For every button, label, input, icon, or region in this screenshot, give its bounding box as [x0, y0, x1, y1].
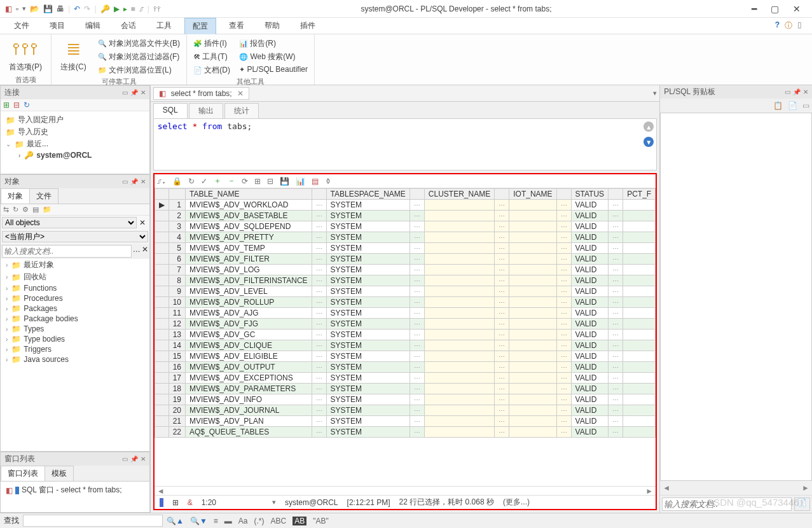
- menu-编辑[interactable]: 编辑: [78, 18, 108, 34]
- tb-remove-icon[interactable]: ⊟: [13, 101, 20, 109]
- row-pointer[interactable]: [155, 405, 169, 416]
- cell-tablespace[interactable]: SYSTEM: [326, 211, 409, 221]
- cell-iot[interactable]: [509, 362, 556, 373]
- pin-icon[interactable]: 📌: [130, 455, 138, 462]
- cell-status[interactable]: VALID: [571, 394, 609, 405]
- rt-icon[interactable]: ⊞: [254, 177, 261, 186]
- cell-tablename[interactable]: MVIEW$_ADV_TEMP: [186, 243, 312, 254]
- cell-tablename[interactable]: MVIEW$_ADV_LOG: [186, 265, 312, 275]
- tab-close-icon[interactable]: ✕: [237, 89, 244, 98]
- subtab-output[interactable]: 输出: [189, 103, 223, 118]
- cell-pct[interactable]: [623, 319, 656, 330]
- cell-tablename[interactable]: MVIEW$_ADV_PRETTY: [186, 232, 312, 243]
- cell-cluster[interactable]: [424, 405, 494, 416]
- status-drop-icon[interactable]: ▾: [272, 498, 276, 506]
- row-pointer[interactable]: [155, 275, 169, 286]
- cell-status[interactable]: VALID: [571, 308, 609, 319]
- cell-tablename[interactable]: MVIEW$_ADV_AJG: [186, 308, 312, 319]
- row-pointer[interactable]: [155, 254, 169, 265]
- obj-list-item[interactable]: ›📁Procedures: [1, 293, 149, 303]
- rt-filter-icon[interactable]: ⚱: [325, 177, 331, 186]
- cell-tablespace[interactable]: SYSTEM: [326, 340, 409, 351]
- menu-会话[interactable]: 会话: [113, 18, 144, 34]
- file-browser-loc-button[interactable]: 📁 文件浏览器位置(L): [98, 65, 180, 76]
- tree-recent[interactable]: ⌄📁最近...: [6, 138, 144, 150]
- cell-tablename[interactable]: MVIEW$_ADV_ROLLUP: [186, 297, 312, 308]
- cell-tablename[interactable]: MVIEW$_ADV_ELIGIBLE: [186, 351, 312, 362]
- cell-status[interactable]: VALID: [571, 243, 609, 254]
- cell-status[interactable]: VALID: [571, 297, 609, 308]
- cell-status[interactable]: VALID: [571, 232, 609, 243]
- obj-list-item[interactable]: ›📁最近对象: [1, 259, 149, 271]
- cell-tablename[interactable]: MVIEW$_ADV_OUTPUT: [186, 362, 312, 373]
- cell-status[interactable]: VALID: [571, 200, 609, 211]
- tree-conn-current[interactable]: ›🔑system@ORCL: [6, 150, 144, 160]
- find-prev-icon[interactable]: 🔍▲: [167, 517, 184, 525]
- obj-list-item[interactable]: ›📁Java sources: [1, 354, 149, 365]
- subtab-sql[interactable]: SQL: [153, 103, 188, 118]
- close-icon[interactable]: ✕: [793, 4, 801, 14]
- websearch-button[interactable]: 🌐 Web 搜索(W): [239, 52, 308, 62]
- editor-tab[interactable]: ◧ select * from tabs; ✕: [153, 87, 249, 100]
- row-pointer[interactable]: [155, 286, 169, 297]
- tree-import-fixed[interactable]: 📁导入固定用户: [6, 114, 144, 126]
- cell-pct[interactable]: [623, 275, 656, 286]
- docs-button[interactable]: 📄 文档(D): [193, 65, 230, 76]
- cell-pct[interactable]: [623, 221, 656, 232]
- cell-status[interactable]: VALID: [571, 405, 609, 416]
- obj-tb-icon[interactable]: ▤: [32, 205, 39, 214]
- cell-cluster[interactable]: [424, 351, 494, 362]
- cell-tablespace[interactable]: SYSTEM: [326, 232, 409, 243]
- col-header[interactable]: TABLESPACE_NAME: [326, 189, 409, 200]
- find-highlight-icon[interactable]: ▬: [224, 517, 232, 525]
- cell-pct[interactable]: [623, 416, 656, 427]
- cell-status[interactable]: VALID: [571, 330, 609, 340]
- cell-iot[interactable]: [509, 243, 556, 254]
- cell-pct[interactable]: [623, 265, 656, 275]
- pin-icon[interactable]: 📌: [793, 88, 801, 95]
- cell-cluster[interactable]: [424, 200, 494, 211]
- close-panel-icon[interactable]: ✕: [141, 178, 146, 185]
- cell-tablespace[interactable]: SYSTEM: [326, 265, 409, 275]
- row-pointer[interactable]: [155, 351, 169, 362]
- cell-status[interactable]: VALID: [571, 265, 609, 275]
- cell-status[interactable]: VALID: [571, 211, 609, 221]
- cell-pct[interactable]: [623, 330, 656, 340]
- cell-pct[interactable]: [623, 243, 656, 254]
- cell-status[interactable]: VALID: [571, 254, 609, 265]
- cell-iot[interactable]: [509, 405, 556, 416]
- dock-icon[interactable]: ▭: [122, 455, 128, 462]
- cell-status[interactable]: VALID: [571, 373, 609, 384]
- cell-pct[interactable]: [623, 308, 656, 319]
- status-more[interactable]: (更多...): [503, 497, 530, 508]
- cell-status[interactable]: VALID: [571, 275, 609, 286]
- obj-browser-filter-button[interactable]: 🔍 对象浏览器过滤器(F): [98, 52, 180, 62]
- cell-iot[interactable]: [509, 297, 556, 308]
- cell-pct[interactable]: [623, 373, 656, 384]
- obj-list-item[interactable]: ›📁Package bodies: [1, 314, 149, 324]
- cell-tablespace[interactable]: SYSTEM: [326, 362, 409, 373]
- qa-dropdown-icon[interactable]: ▾: [22, 4, 26, 13]
- menu-插件[interactable]: 插件: [292, 18, 323, 34]
- winlist-tab-windows[interactable]: 窗口列表: [1, 466, 45, 481]
- clip-scroll-left-icon[interactable]: ◄: [663, 483, 670, 492]
- cell-cluster[interactable]: [424, 232, 494, 243]
- clip-paste-icon[interactable]: 📄: [788, 101, 797, 110]
- cell-tablespace[interactable]: SYSTEM: [326, 286, 409, 297]
- cell-cluster[interactable]: [424, 394, 494, 405]
- cell-status[interactable]: VALID: [571, 221, 609, 232]
- report-button[interactable]: 📊 报告(R): [239, 38, 308, 49]
- cell-tablename[interactable]: MVIEW$_ADV_LEVEL: [186, 286, 312, 297]
- cell-iot[interactable]: [509, 265, 556, 275]
- rt-icon[interactable]: ⎎▾: [157, 177, 166, 186]
- obj-list-item[interactable]: ›📁回收站: [1, 271, 149, 283]
- maximize-icon[interactable]: ▢: [771, 4, 779, 14]
- dock-icon[interactable]: ▭: [122, 178, 128, 185]
- cell-iot[interactable]: [509, 394, 556, 405]
- cell-iot[interactable]: [509, 384, 556, 394]
- obj-browser-folder-button[interactable]: 🔍 对象浏览器文件夹(B): [98, 38, 180, 49]
- cell-pct[interactable]: [623, 232, 656, 243]
- qa-save-icon[interactable]: 💾: [43, 4, 53, 13]
- cell-tablename[interactable]: MVIEW$_ADV_EXCEPTIONS: [186, 373, 312, 384]
- menu-查看[interactable]: 查看: [221, 18, 252, 34]
